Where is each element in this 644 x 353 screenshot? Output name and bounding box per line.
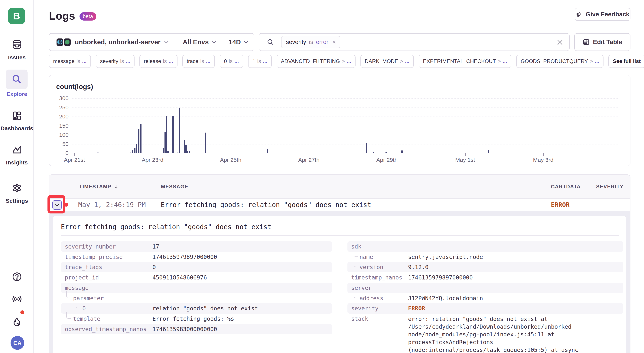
chart-gridline xyxy=(72,108,619,108)
date-range-selector[interactable]: 14D xyxy=(229,38,241,46)
chevron-down-icon xyxy=(164,39,169,45)
chevron-down-icon xyxy=(243,39,249,45)
kv-value: J12PWN42YQ.localdomain xyxy=(408,293,483,303)
kv-key: timestamp_nanos xyxy=(351,272,402,283)
log-detail-card: Error fetching goods: relation "goods" d… xyxy=(53,216,626,353)
severity-cell: ERROR xyxy=(551,199,570,211)
sidebar-item-issues-label[interactable]: Issues xyxy=(0,54,34,61)
chart-title: count(logs) xyxy=(56,83,93,91)
filter-chip-dark_mode[interactable]: DARK_MODE>... xyxy=(360,55,414,68)
chart-gridline xyxy=(72,144,619,144)
chart-bar[interactable] xyxy=(162,148,164,153)
chart-x-tick-label: Apr 25th xyxy=(220,157,241,163)
column-header-timestamp[interactable]: TIMESTAMP xyxy=(79,175,119,199)
chart-x-axis xyxy=(72,153,619,153)
column-header-message[interactable]: MESSAGE xyxy=(161,175,188,199)
sidebar-item-settings[interactable] xyxy=(0,183,34,194)
user-avatar[interactable]: CA xyxy=(10,336,24,350)
chart-x-tick-label: May 1st xyxy=(455,157,475,163)
message-cell: Error fetching goods: relation "goods" d… xyxy=(161,199,371,211)
whats-new-button[interactable] xyxy=(0,316,34,328)
insights-icon xyxy=(12,144,22,156)
column-header-severity[interactable]: SEVERITY xyxy=(596,175,624,199)
sidebar-item-settings-label[interactable]: Settings xyxy=(0,198,34,204)
chart-bar[interactable] xyxy=(138,129,140,153)
filter-chip-goods_productquery[interactable]: GOODS_PRODUCTQUERY>... xyxy=(516,55,604,68)
sidebar-divider xyxy=(5,170,29,170)
kv-value: Error fetching goods: %s xyxy=(152,313,234,324)
kv-row-stripe xyxy=(348,241,623,252)
dashboards-icon xyxy=(12,111,22,122)
log-detail-title: Error fetching goods: relation "goods" d… xyxy=(61,223,271,231)
sidebar-item-issues[interactable] xyxy=(0,39,34,51)
chart-x-tick xyxy=(230,153,231,156)
sidebar-item-explore-label[interactable]: Explore xyxy=(0,91,34,97)
kv-key: name xyxy=(360,252,373,262)
chart-bar[interactable] xyxy=(164,132,166,153)
chart-bar[interactable] xyxy=(172,116,174,153)
org-logo[interactable]: B xyxy=(8,8,25,24)
chart-bar[interactable] xyxy=(166,116,167,153)
annotation-click-dot xyxy=(64,203,68,207)
react-project-icon xyxy=(56,39,63,46)
kv-value: 17 xyxy=(152,241,159,252)
filter-chip-1[interactable]: 1is... xyxy=(248,55,272,68)
sidebar-item-dashboards-label[interactable]: Dashboards xyxy=(0,125,34,132)
search-filter-token[interactable]: severity is error xyxy=(281,36,340,48)
broadcast-button[interactable] xyxy=(0,294,34,305)
chart-x-tick xyxy=(309,153,309,156)
logs-table: TIMESTAMP MESSAGE CARTDATA SEVERITY Ma xyxy=(49,174,630,353)
chart-bar[interactable] xyxy=(136,144,137,153)
sidebar-item-explore[interactable] xyxy=(6,70,28,89)
sidebar-item-dashboards[interactable] xyxy=(0,111,34,122)
filter-chip-severity[interactable]: severityis... xyxy=(96,55,134,68)
filter-chip-experimental_checkout[interactable]: EXPERIMENTAL_CHECKOUT>... xyxy=(419,55,512,68)
filter-chip-message[interactable]: messageis... xyxy=(49,55,91,68)
edit-table-button[interactable]: Edit Table xyxy=(574,33,630,51)
filter-chip-trace[interactable]: traceis... xyxy=(182,55,215,68)
sidebar-item-insights[interactable] xyxy=(0,144,34,156)
beta-badge: beta xyxy=(80,12,96,21)
kv-row-stripe xyxy=(348,262,623,272)
chevron-down-icon xyxy=(212,39,217,45)
search-input[interactable]: severity is error xyxy=(259,33,570,51)
clear-search-icon[interactable] xyxy=(556,38,564,47)
chart-bar[interactable] xyxy=(205,133,206,153)
filter-chip-advanced_filtering[interactable]: ADVANCED_FILTERING>... xyxy=(276,55,356,68)
chart-plot[interactable]: 050100150200250300 xyxy=(72,98,619,153)
kv-key: 0 xyxy=(82,303,86,313)
sidebar-item-insights-label[interactable]: Insights xyxy=(0,159,34,166)
fire-icon xyxy=(12,316,22,328)
filter-chip-0[interactable]: 0is... xyxy=(220,55,243,68)
give-feedback-button[interactable]: Give Feedback xyxy=(575,8,630,21)
saved-filter-chips: messageis...severityis...releaseis...tra… xyxy=(49,55,644,68)
chart-bar[interactable] xyxy=(134,148,136,153)
chart-bar[interactable] xyxy=(179,108,180,153)
chart-x-tick xyxy=(543,153,544,156)
see-full-list-button[interactable]: See full list xyxy=(608,55,644,68)
tree-elbow xyxy=(66,291,71,298)
chart-bar[interactable] xyxy=(366,143,367,153)
column-header-cartdata[interactable]: CARTDATA xyxy=(551,175,581,199)
kv-key: template xyxy=(73,313,100,324)
chart-panel: count(logs) 050100150200250300 Apr 21stA… xyxy=(49,75,630,166)
tree-elbow xyxy=(354,260,358,267)
chart-bar[interactable] xyxy=(140,124,142,153)
kv-value: relation "goods" does not exist xyxy=(152,303,258,313)
kv-value: 0 xyxy=(152,262,156,272)
log-table-row[interactable]: May 1, 2:46:19 PM Error fetching goods: … xyxy=(49,199,630,211)
help-button[interactable] xyxy=(0,271,34,283)
chart-gridline xyxy=(72,117,619,117)
filter-chip-release[interactable]: releaseis... xyxy=(140,55,177,68)
chart-x-tick-label: Apr 21st xyxy=(64,157,85,163)
environment-selector[interactable]: All Envs xyxy=(183,38,209,46)
chart-bar[interactable] xyxy=(186,145,187,153)
sidebar: B Issues Explore xyxy=(0,0,34,353)
table-icon xyxy=(582,39,590,46)
chart-bar[interactable] xyxy=(184,140,185,153)
remove-token-icon[interactable] xyxy=(332,40,336,44)
kv-key: project_id xyxy=(65,272,99,283)
project-selector[interactable]: unborked, unborked-server xyxy=(75,38,160,46)
chart-bar[interactable] xyxy=(266,149,268,153)
chart-gridline xyxy=(72,126,619,126)
